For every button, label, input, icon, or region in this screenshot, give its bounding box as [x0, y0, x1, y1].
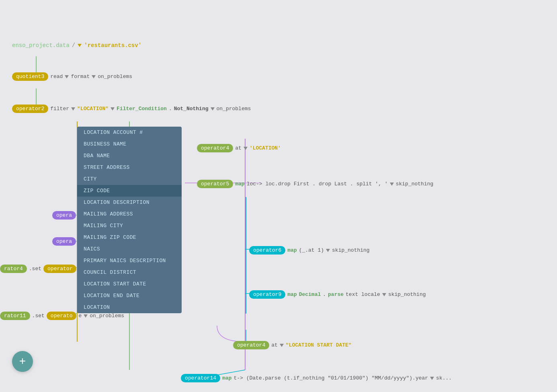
operator2-cond-triangle[interactable]	[111, 107, 115, 111]
dropdown-item-11[interactable]: PRIMARY NAICS DESCRIPTION	[77, 255, 182, 267]
breadcrumb-separator: /	[72, 42, 75, 49]
dropdown-item-9[interactable]: MAILING ZIP CODE	[77, 232, 182, 243]
operator4-top-at: at	[235, 145, 242, 151]
operator2-onprob-triangle[interactable]	[211, 107, 215, 111]
operator9-dot: .	[323, 291, 326, 298]
operator9-text: text locale	[346, 291, 380, 298]
quotient3-format-label: format	[71, 74, 90, 80]
dropdown-item-8[interactable]: MAILING CITY	[77, 220, 182, 232]
rator11-e: e	[78, 313, 82, 319]
file-name: 'restaurants.csv'	[84, 42, 141, 49]
rator4-pill[interactable]: rator4	[0, 265, 27, 273]
operator9-parse: parse	[328, 291, 344, 298]
operator9-decimal: Decimal	[299, 291, 321, 298]
quotient3-read: read	[50, 74, 63, 80]
operator6-expr: (_.at 1)	[299, 247, 324, 253]
operator4-bottom-triangle[interactable]	[280, 344, 284, 347]
dropdown-item-7[interactable]: MAILING ADDRESS	[77, 208, 182, 220]
operator4-top-triangle[interactable]	[244, 147, 248, 150]
operator5-lambda: loc-> loc.drop First . drop Last . split…	[247, 181, 388, 187]
operator14-sk: sk...	[436, 375, 452, 381]
dropdown-item-13[interactable]: LOCATION START DATE	[77, 278, 182, 290]
quotient3-format-triangle[interactable]	[65, 75, 69, 78]
rator11-triangle[interactable]	[84, 314, 88, 318]
quotient3-onproblems-triangle[interactable]	[92, 75, 96, 78]
operator5-pill[interactable]: operator5	[197, 180, 233, 188]
rator11-onprob: on_problems	[90, 313, 124, 319]
operator6-triangle[interactable]	[326, 249, 330, 252]
quotient3-onproblems-label: on_problems	[98, 74, 132, 80]
rator11-set: .set	[32, 313, 45, 319]
dropdown-item-1[interactable]: BUSINESS NAME	[77, 138, 182, 150]
operator2-onprob-label: on_problems	[217, 106, 251, 112]
dropdown-item-14[interactable]: LOCATION END DATE	[77, 290, 182, 302]
dropdown-item-2[interactable]: DBA NAME	[77, 150, 182, 162]
column-dropdown[interactable]: LOCATION ACCOUNT # BUSINESS NAME DBA NAM…	[77, 127, 182, 313]
operator6-skip: skip_nothing	[332, 247, 370, 253]
operator2-pill[interactable]: operator2	[12, 105, 48, 113]
opera-pill[interactable]: opera	[52, 211, 76, 220]
operator2-location-val: "LOCATION"	[77, 106, 109, 112]
operator-set-pill[interactable]: operator	[43, 265, 76, 273]
operator9-skip: skip_nothing	[388, 291, 426, 298]
operator4-bottom-date: "LOCATION START DATE"	[286, 342, 352, 348]
dropdown-item-15[interactable]: LOCATION	[77, 302, 182, 313]
operator2-notnothing: Not_Nothing	[174, 106, 209, 112]
operator5-triangle[interactable]	[390, 183, 394, 186]
operator14-expr: t-> (Date.parse (t.if_nothing "01/01/190…	[233, 375, 428, 381]
operator6-node: operator6 map (_.at 1) skip_nothing	[249, 246, 370, 254]
plus-icon: +	[19, 355, 26, 368]
dropdown-item-0[interactable]: LOCATION ACCOUNT #	[77, 127, 182, 138]
project-path: enso_project.data	[12, 42, 70, 49]
operator6-pill[interactable]: operator6	[249, 246, 285, 254]
operator4-bottom-at: at	[271, 342, 278, 348]
triangle-file[interactable]	[78, 44, 82, 47]
operator4-bottom-pill[interactable]: operator4	[233, 341, 269, 349]
operator9-triangle[interactable]	[382, 293, 386, 296]
add-node-button[interactable]: +	[12, 351, 33, 372]
operator2-filter: filter	[50, 106, 69, 112]
operator4-top-pill[interactable]: operator4	[197, 144, 233, 152]
dropdown-item-3[interactable]: STREET ADDRESS	[77, 162, 182, 173]
operator4-top-node: operator4 at 'LOCATION'	[197, 144, 281, 152]
dropdown-item-5[interactable]: ZIP CODE	[77, 185, 182, 197]
quotient3-pill[interactable]: quotient3	[12, 72, 48, 81]
operator14-triangle[interactable]	[430, 377, 434, 380]
operator5-node: operator5 map loc-> loc.drop First . dro…	[197, 180, 433, 188]
operator9-map: map	[287, 291, 297, 298]
dropdown-item-12[interactable]: COUNCIL DISTRICT	[77, 267, 182, 278]
dropdown-item-6[interactable]: LOCATION DESCRIPTION	[77, 197, 182, 208]
operator2-location-triangle[interactable]	[71, 107, 75, 111]
rator11-pill[interactable]: rator11	[0, 312, 30, 320]
quotient3-node: quotient3 read format on_problems	[12, 72, 132, 81]
operator9-node: operator9 map Decimal.parse text locale …	[249, 290, 426, 299]
operator2-node: operator2 filter "LOCATION" Filter_Condi…	[12, 105, 251, 113]
operato-pill[interactable]: operato	[47, 312, 77, 320]
operator2-condition: Filter_Condition	[117, 106, 167, 112]
operator5-map: map	[235, 181, 244, 187]
operator4-bottom-node: operator4 at "LOCATION START DATE"	[233, 341, 352, 349]
rator4-set: .set	[29, 266, 41, 272]
opera-locale-pill[interactable]: opera	[52, 237, 76, 246]
operator14-node: operator14 map t-> (Date.parse (t.if_not…	[181, 374, 452, 382]
operator6-map: map	[287, 247, 297, 253]
breadcrumb: enso_project.data / 'restaurants.csv'	[12, 42, 141, 49]
operator14-map: map	[222, 375, 231, 381]
operator2-dot: .	[169, 106, 172, 112]
operator14-pill[interactable]: operator14	[181, 374, 220, 382]
dropdown-item-4[interactable]: CITY	[77, 173, 182, 185]
operator5-skip: skip_nothing	[396, 181, 434, 187]
operator4-top-location: 'LOCATION'	[250, 145, 281, 151]
dropdown-item-10[interactable]: NAICS	[77, 243, 182, 255]
operator9-pill[interactable]: operator9	[249, 290, 285, 299]
